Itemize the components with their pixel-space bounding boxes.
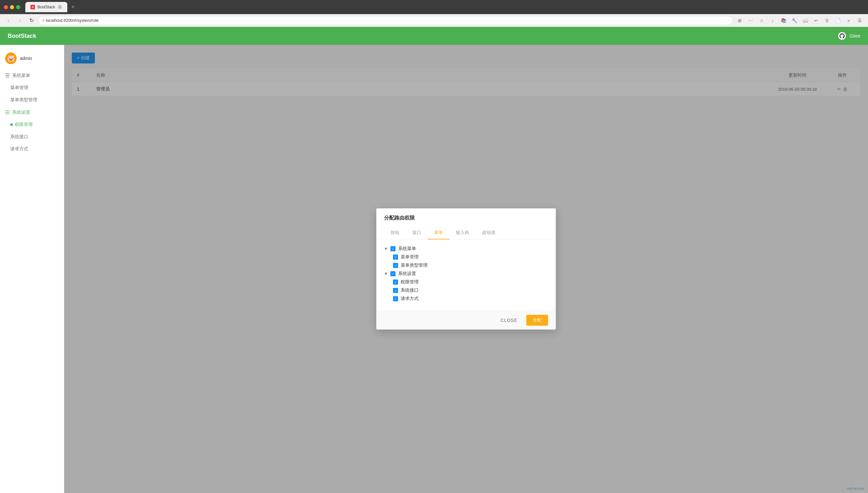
tree-child-system-interface: ✓ 系统接口 [393,287,548,293]
tab-menu[interactable]: 菜单 [428,227,449,239]
spellcheck-icon[interactable]: S [823,16,831,25]
tab-favicon: A [30,5,35,9]
undo-icon[interactable]: ↩ [811,16,821,25]
sidebar-group-label: 系统菜单 [12,73,30,79]
github-icon[interactable] [838,32,846,40]
app-header-right: Gitee [838,32,860,40]
checkbox-request-method[interactable]: ✓ [393,296,398,301]
checkbox-system-settings[interactable]: ✓ [390,271,395,276]
checkbox-menu-type[interactable]: ✓ [393,263,398,268]
app-logo: BootStack [8,33,36,39]
minimize-window-button[interactable] [10,5,14,9]
checkbox-permission[interactable]: ✓ [393,280,398,285]
modal-dialog: 分配路由权限 按钮 接口 菜单 输入框 超链接 ▼ ✓ 系统菜单 [376,208,556,329]
close-window-button[interactable] [4,5,8,9]
assign-button[interactable]: 分配 [526,315,548,326]
pdf-icon[interactable]: 📄 [833,16,842,25]
gitee-link[interactable]: Gitee [850,33,860,39]
permission-label: 权限管理 [15,122,33,128]
hamburger-icon[interactable]: ☰ [855,16,864,25]
tab-close-button[interactable]: × [58,5,62,9]
new-tab-button[interactable]: + [69,3,78,12]
tree-expand-icon-2[interactable]: ▼ [384,272,388,276]
sidebar-item-request-method[interactable]: 请求方式 [0,143,64,155]
app-header: BootStack Gitee [0,27,868,45]
tab-input[interactable]: 输入框 [449,227,476,239]
sidebar-user: 🐷 admin [0,50,64,69]
sidebar-section-1: ☰ 系统菜单 菜单管理 菜单类型管理 [0,69,64,106]
sidebar-item-permission[interactable]: 权限管理 [0,119,64,131]
reload-button[interactable]: ↻ [27,16,36,25]
tree-children-system-settings: ✓ 权限管理 ✓ 系统接口 ✓ 请求方式 [393,279,548,302]
tree-label-menu-type: 菜单类型管理 [401,262,428,268]
bookmarks-icon[interactable]: 📚 [779,16,788,25]
tree-label-system-settings: 系统设置 [398,271,416,277]
extensions-icon[interactable]: 🔧 [790,16,799,25]
tree-expand-icon[interactable]: ▼ [384,246,388,251]
tree-child-menu-type: ✓ 菜单类型管理 [393,262,548,268]
tab-bar: A BootStack × + [25,2,864,12]
tab-interface[interactable]: 接口 [406,227,428,239]
secure-icon: ℹ [43,18,44,22]
browser-chrome: A BootStack × + [0,0,868,14]
sidebar-group-label-settings: 系统设置 [12,110,30,115]
tab-title: BootStack [38,5,55,9]
traffic-lights [4,5,20,9]
tab-button[interactable]: 按钮 [384,227,406,239]
tree-parent-system-settings: ▼ ✓ 系统设置 [384,271,548,277]
sidebar: 🐷 admin ☰ 系统菜单 菜单管理 菜单类型管理 ☰ 系统设置 权限管理 系… [0,45,64,493]
content-area: + 创建 # 名称 更新时间 操作 1 管理员 2019-05-03 00:39… [64,45,868,493]
sidebar-item-system-settings[interactable]: ☰ 系统设置 [0,106,64,119]
tree-child-menu-management: ✓ 菜单管理 [393,254,548,260]
maximize-window-button[interactable] [16,5,20,9]
modal-overlay: 分配路由权限 按钮 接口 菜单 输入框 超链接 ▼ ✓ 系统菜单 [64,45,868,493]
checkbox-system-menu[interactable]: ✓ [390,246,395,251]
back-button[interactable]: ‹ [4,16,13,25]
star-icon[interactable]: ☆ [757,16,766,25]
modal-tabs: 按钮 接口 菜单 输入框 超链接 [376,227,556,239]
tree-child-permission: ✓ 权限管理 [393,279,548,285]
tree-node-system-menu: ▼ ✓ 系统菜单 ✓ 菜单管理 ✓ 菜单类型管理 [384,246,548,268]
tree-child-request-method: ✓ 请求方式 [393,296,548,302]
user-name: admin [20,56,32,61]
tree-label-system-menu: 系统菜单 [398,246,416,252]
tree-parent-system-menu: ▼ ✓ 系统菜单 [384,246,548,252]
download-icon[interactable]: ↓ [768,16,777,25]
tree-label-permission: 权限管理 [401,279,419,285]
active-indicator [10,123,13,126]
close-button[interactable]: CLOSE [496,315,522,325]
checkbox-menu-management[interactable]: ✓ [393,255,398,260]
modal-title: 分配路由权限 [376,208,556,221]
checkbox-system-interface[interactable]: ✓ [393,288,398,293]
sidebar-item-menu-type[interactable]: 菜单类型管理 [0,94,64,106]
grid-icon[interactable]: ⊞ [735,16,744,25]
toolbar-icons: ⊞ ⋯ ☆ ↓ 📚 🔧 📖 ↩ S 📄 » ☰ [735,16,864,25]
browser-tab[interactable]: A BootStack × [25,2,67,12]
tree-label-request-method: 请求方式 [401,296,419,302]
tab-hyperlink[interactable]: 超链接 [476,227,502,239]
tree-children-system-menu: ✓ 菜单管理 ✓ 菜单类型管理 [393,254,548,268]
sidebar-item-system-menu[interactable]: ☰ 系统菜单 [0,69,64,82]
avatar: 🐷 [5,52,17,64]
main-layout: 🐷 admin ☰ 系统菜单 菜单管理 菜单类型管理 ☰ 系统设置 权限管理 系… [0,45,868,493]
sidebar-item-system-interface[interactable]: 系统接口 [0,131,64,143]
address-bar: ‹ › ↻ ℹ localhost:4200/#/system/role ⊞ ⋯… [0,14,868,27]
menu-active-icon: ☰ [5,109,9,115]
modal-body: ▼ ✓ 系统菜单 ✓ 菜单管理 ✓ 菜单类型管理 [376,239,556,310]
forward-button[interactable]: › [15,16,24,25]
more-icon[interactable]: » [844,16,853,25]
menu-icon[interactable]: ⋯ [746,16,755,25]
modal-footer: CLOSE 分配 [376,310,556,329]
reader-icon[interactable]: 📖 [801,16,810,25]
sidebar-section-2: ☰ 系统设置 权限管理 系统接口 请求方式 [0,106,64,155]
url-text: localhost:4200/#/system/role [46,18,99,23]
tree-label-system-interface: 系统接口 [401,287,419,293]
tree-node-system-settings: ▼ ✓ 系统设置 ✓ 权限管理 ✓ 系统接口 [384,271,548,302]
hamburger-icon: ☰ [5,72,9,79]
sidebar-item-menu-management[interactable]: 菜单管理 [0,82,64,94]
tree-label-menu-management: 菜单管理 [401,254,419,260]
url-bar[interactable]: ℹ localhost:4200/#/system/role [39,16,733,25]
